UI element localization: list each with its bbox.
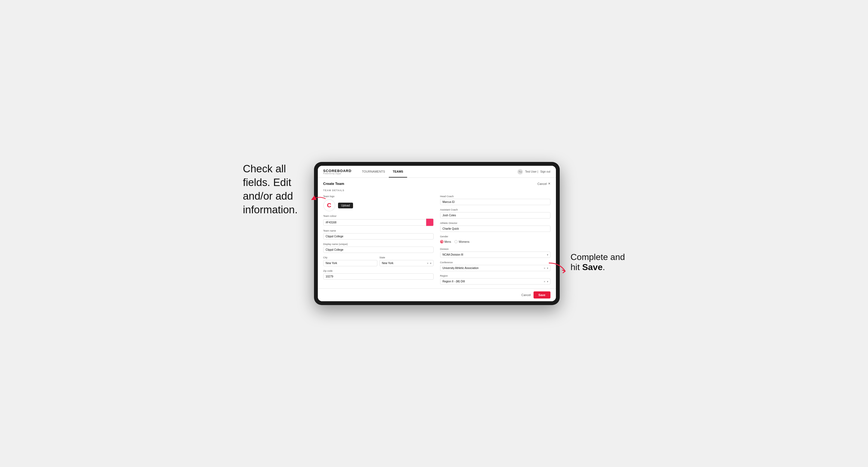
- state-select[interactable]: New York: [379, 260, 434, 266]
- nav-tournaments[interactable]: TOURNAMENTS: [358, 166, 389, 178]
- page-title: Create Team: [323, 182, 344, 186]
- gender-womens-label: Womens: [459, 240, 469, 243]
- instruction-right: Complete and hit Save.: [571, 252, 625, 272]
- state-group: State New York ✕ ▼: [379, 256, 434, 266]
- zip-label: Zip code: [323, 270, 434, 272]
- logo-sub: Powered by clippd: [323, 173, 352, 175]
- display-name-group: Display name (unique): [323, 243, 434, 253]
- team-logo-group: Team logo C Upload: [323, 195, 434, 211]
- nav-sign-out[interactable]: Sign out: [540, 170, 551, 173]
- right-column: Head Coach Assistant Coach Athletic Dire…: [440, 195, 551, 285]
- team-name-group: Team name: [323, 229, 434, 240]
- gender-label: Gender: [440, 235, 551, 238]
- nav-bar: SCOREBOARD Powered by clippd TOURNAMENTS…: [318, 166, 556, 178]
- team-colour-group: Team colour: [323, 215, 434, 226]
- arrow-left-icon: [311, 195, 328, 204]
- head-coach-group: Head Coach: [440, 195, 551, 205]
- save-button[interactable]: Save: [533, 291, 551, 299]
- region-select[interactable]: Region II - (M) DIII: [440, 278, 551, 285]
- assistant-coach-input[interactable]: [440, 212, 551, 218]
- head-coach-label: Head Coach: [440, 195, 551, 198]
- color-swatch[interactable]: [426, 218, 434, 226]
- conference-group: Conference University Athletic Associati…: [440, 261, 551, 271]
- nav-links: TOURNAMENTS TEAMS: [358, 166, 407, 178]
- nav-teams[interactable]: TEAMS: [389, 166, 407, 178]
- conference-label: Conference: [440, 261, 551, 264]
- nav-user-label: Test User |: [525, 170, 538, 173]
- region-label: Region: [440, 275, 551, 277]
- upload-button[interactable]: Upload: [338, 203, 353, 208]
- head-coach-input[interactable]: [440, 199, 551, 205]
- athletic-director-group: Athletic Director: [440, 222, 551, 232]
- conference-select-wrapper: University Athletic Association ✕ ▼: [440, 265, 551, 271]
- conference-select[interactable]: University Athletic Association: [440, 265, 551, 271]
- logo-area: C Upload: [323, 199, 434, 211]
- zip-input[interactable]: [323, 273, 434, 280]
- state-label: State: [379, 256, 434, 259]
- instruction-left: Check all fields. Edit and/or add inform…: [243, 162, 303, 217]
- state-select-wrapper: New York ✕ ▼: [379, 260, 434, 266]
- cancel-top-button[interactable]: Cancel ✕: [537, 182, 550, 185]
- left-column: Team logo C Upload Team colour: [323, 195, 434, 285]
- assistant-coach-group: Assistant Coach: [440, 208, 551, 218]
- color-row: [323, 218, 434, 226]
- city-state-row: City State New York: [323, 256, 434, 266]
- content-area: Create Team Cancel ✕ TEAM DETAILS: [318, 178, 556, 288]
- gender-mens-radio[interactable]: [440, 240, 443, 243]
- division-select-wrapper: NCAA Division III ▼: [440, 251, 551, 258]
- arrow-right-icon: [546, 260, 568, 278]
- division-select[interactable]: NCAA Division III: [440, 251, 551, 258]
- team-colour-label: Team colour: [323, 215, 434, 217]
- app-logo: SCOREBOARD Powered by clippd: [323, 169, 352, 175]
- assistant-coach-label: Assistant Coach: [440, 208, 551, 211]
- team-logo-label: Team logo: [323, 195, 434, 198]
- team-colour-input[interactable]: [323, 219, 426, 225]
- section-label: TEAM DETAILS: [323, 189, 551, 192]
- gender-radio-group: Mens Womens: [440, 239, 551, 244]
- gender-womens-radio[interactable]: [454, 240, 458, 243]
- division-label: Division: [440, 248, 551, 250]
- city-group: City: [323, 256, 377, 266]
- city-label: City: [323, 256, 377, 259]
- city-input[interactable]: [323, 260, 377, 266]
- city-state-group: City State New York: [323, 256, 434, 266]
- nav-right: TU Test User | Sign out: [518, 169, 550, 175]
- page-title-row: Create Team Cancel ✕: [323, 182, 551, 186]
- team-name-input[interactable]: [323, 233, 434, 240]
- gender-womens-option[interactable]: Womens: [454, 240, 469, 243]
- tablet-screen: SCOREBOARD Powered by clippd TOURNAMENTS…: [318, 166, 556, 301]
- cancel-top-label: Cancel: [537, 182, 547, 185]
- form-grid: Team logo C Upload Team colour: [323, 195, 551, 285]
- division-group: Division NCAA Division III ▼: [440, 248, 551, 258]
- nav-avatar: TU: [518, 169, 523, 175]
- cancel-button[interactable]: Cancel: [522, 293, 531, 297]
- athletic-director-input[interactable]: [440, 225, 551, 232]
- cancel-x-icon: ✕: [548, 182, 551, 185]
- gender-group: Gender Mens Womens: [440, 235, 551, 244]
- athletic-director-label: Athletic Director: [440, 222, 551, 224]
- display-name-input[interactable]: [323, 247, 434, 253]
- action-bar: Cancel Save: [318, 288, 556, 301]
- display-name-label: Display name (unique): [323, 243, 434, 246]
- region-select-wrapper: Region II - (M) DIII ✕ ▼: [440, 278, 551, 285]
- tablet-frame: SCOREBOARD Powered by clippd TOURNAMENTS…: [314, 162, 560, 305]
- logo-title: SCOREBOARD: [323, 169, 352, 173]
- instruction-right-bold: Save: [582, 262, 602, 272]
- instruction-right-text2: .: [602, 262, 605, 272]
- team-name-label: Team name: [323, 229, 434, 232]
- gender-mens-option[interactable]: Mens: [440, 240, 451, 243]
- region-group: Region Region II - (M) DIII ✕ ▼: [440, 275, 551, 285]
- gender-mens-label: Mens: [444, 240, 451, 243]
- zip-group: Zip code: [323, 270, 434, 280]
